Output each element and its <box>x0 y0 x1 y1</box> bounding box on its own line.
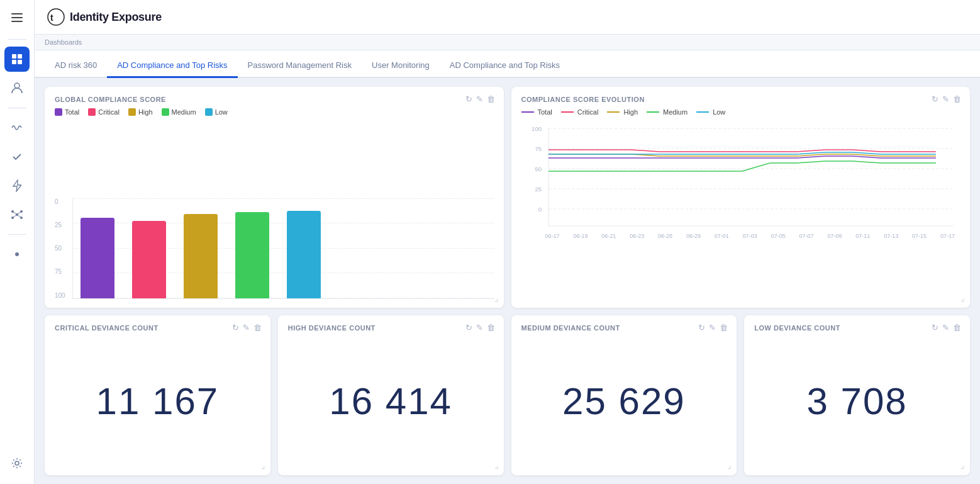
card-corner-high: ⌟ <box>494 460 499 470</box>
svg-rect-3 <box>12 54 16 59</box>
svg-point-7 <box>14 83 19 88</box>
critical-deviance-value: 11 167 <box>55 337 260 467</box>
line-chart: 100 75 50 25 0 06-17 <box>521 122 961 299</box>
delete-icon-2[interactable]: 🗑 <box>953 94 961 104</box>
svg-text:t: t <box>50 13 53 23</box>
edit-icon-2[interactable]: ✎ <box>942 94 949 104</box>
tab-password-mgmt[interactable]: Password Management Risk <box>238 60 362 78</box>
critical-deviance-title: CRITICAL DEVIANCE COUNT <box>55 324 260 332</box>
svg-rect-5 <box>12 60 16 64</box>
y-axis: 100 75 50 25 0 <box>55 198 72 299</box>
edit-icon-high[interactable]: ✎ <box>476 323 483 332</box>
medium-deviance-value: 25 629 <box>521 337 727 467</box>
medium-deviance-title: MEDIUM DEVIANCE COUNT <box>521 324 727 332</box>
evo-legend-medium: Medium <box>647 108 688 116</box>
main-area: t Identity Exposure Dashboards AD risk 3… <box>35 0 980 484</box>
delete-icon[interactable]: 🗑 <box>487 94 495 104</box>
bar-critical <box>132 221 166 298</box>
delete-icon-critical[interactable]: 🗑 <box>253 323 262 332</box>
svg-point-17 <box>15 252 19 256</box>
low-deviance-value: 3 708 <box>754 337 960 467</box>
edit-icon-low[interactable]: ✎ <box>942 323 949 332</box>
compliance-evolution-card: COMPLIANCE SCORE EVOLUTION ↻ ✎ 🗑 Total C… <box>511 87 971 308</box>
svg-rect-2 <box>11 21 23 22</box>
line-chart-svg: 100 75 50 25 0 <box>521 122 961 229</box>
legend-dot-medium <box>162 108 169 116</box>
refresh-icon-critical[interactable]: ↻ <box>232 323 239 332</box>
edit-icon[interactable]: ✎ <box>476 94 483 104</box>
medium-card-actions: ↻ ✎ 🗑 <box>698 323 728 332</box>
sidebar-item-lightning[interactable] <box>4 173 30 198</box>
refresh-icon-2[interactable]: ↻ <box>932 94 938 104</box>
tab-ad-compliance[interactable]: AD Compliance and Top Risks <box>107 60 237 78</box>
sidebar-item-user[interactable] <box>4 76 30 101</box>
edit-icon-medium[interactable]: ✎ <box>709 323 716 332</box>
compliance-evolution-title: COMPLIANCE SCORE EVOLUTION <box>521 96 961 103</box>
medium-deviance-card: MEDIUM DEVIANCE COUNT ↻ ✎ 🗑 25 629 ⌟ <box>511 315 737 476</box>
sidebar <box>0 0 35 484</box>
legend-dot-high <box>128 108 136 116</box>
card-corner-low: ⌟ <box>961 460 965 470</box>
tenable-logo: t <box>47 8 65 26</box>
sidebar-item-nodes[interactable] <box>4 202 30 227</box>
compliance-evolution-actions: ↻ ✎ 🗑 <box>932 94 961 104</box>
evo-legend-high: High <box>607 108 638 116</box>
delete-icon-high[interactable]: 🗑 <box>487 323 495 332</box>
sidebar-item-dashboard[interactable] <box>4 47 30 72</box>
low-deviance-card: LOW DEVIANCE COUNT ↻ ✎ 🗑 3 708 ⌟ <box>744 315 970 476</box>
low-card-actions: ↻ ✎ 🗑 <box>932 323 961 332</box>
refresh-icon-medium[interactable]: ↻ <box>698 323 705 332</box>
global-compliance-title: GLOBAL COMPLIANCE SCORE <box>55 96 494 103</box>
evo-legend-critical: Critical <box>561 108 599 116</box>
bar-low <box>287 211 321 298</box>
content-area: GLOBAL COMPLIANCE SCORE ↻ ✎ 🗑 Total Crit… <box>35 78 980 484</box>
svg-line-15 <box>13 215 17 218</box>
legend-low: Low <box>205 108 228 116</box>
card-corner-global: ⌟ <box>494 293 499 303</box>
svg-text:50: 50 <box>535 166 542 172</box>
sidebar-divider-2 <box>8 108 26 108</box>
svg-text:75: 75 <box>535 146 542 152</box>
legend-total: Total <box>55 108 79 116</box>
svg-line-13 <box>13 211 17 215</box>
refresh-icon-low[interactable]: ↻ <box>932 323 938 332</box>
svg-rect-6 <box>18 60 22 64</box>
global-compliance-actions: ↻ ✎ 🗑 <box>465 94 495 104</box>
dashboards-breadcrumb: Dashboards <box>35 35 980 50</box>
card-corner-evolution: ⌟ <box>961 293 965 303</box>
tabs-bar: AD risk 360 AD Compliance and Top Risks … <box>35 50 980 78</box>
bar-high <box>184 214 218 298</box>
tab-ad-risk-360[interactable]: AD risk 360 <box>45 60 107 78</box>
legend-critical: Critical <box>88 108 120 116</box>
evo-legend-low: Low <box>696 108 725 116</box>
sidebar-item-dot[interactable] <box>4 242 30 267</box>
low-deviance-title: LOW DEVIANCE COUNT <box>754 324 960 332</box>
card-corner-critical: ⌟ <box>261 460 265 470</box>
svg-rect-1 <box>11 17 23 18</box>
delete-icon-medium[interactable]: 🗑 <box>720 323 728 332</box>
edit-icon-critical[interactable]: ✎ <box>243 323 250 332</box>
critical-card-actions: ↻ ✎ 🗑 <box>232 323 262 332</box>
svg-line-14 <box>17 211 21 215</box>
global-compliance-card: GLOBAL COMPLIANCE SCORE ↻ ✎ 🗑 Total Crit… <box>45 87 504 308</box>
high-deviance-value: 16 414 <box>288 337 494 467</box>
refresh-icon-high[interactable]: ↻ <box>465 323 472 332</box>
refresh-icon[interactable]: ↻ <box>465 94 472 104</box>
card-corner-medium: ⌟ <box>727 460 732 470</box>
svg-text:0: 0 <box>538 206 541 213</box>
high-deviance-card: HIGH DEVIANCE COUNT ↻ ✎ 🗑 16 414 ⌟ <box>278 315 504 476</box>
tab-user-monitoring[interactable]: User Monitoring <box>362 60 440 78</box>
delete-icon-low[interactable]: 🗑 <box>953 323 961 332</box>
svg-text:25: 25 <box>535 186 542 193</box>
sidebar-item-settings[interactable] <box>4 451 30 476</box>
sidebar-item-wave[interactable] <box>4 115 30 140</box>
sidebar-item-check[interactable] <box>4 144 30 169</box>
menu-icon[interactable] <box>6 6 28 29</box>
high-deviance-title: HIGH DEVIANCE COUNT <box>288 324 494 332</box>
high-card-actions: ↻ ✎ 🗑 <box>465 323 495 332</box>
critical-deviance-card: CRITICAL DEVIANCE COUNT ↻ ✎ 🗑 11 167 ⌟ <box>45 315 270 476</box>
count-cards-row: CRITICAL DEVIANCE COUNT ↻ ✎ 🗑 11 167 ⌟ H… <box>45 315 970 476</box>
tab-ad-compliance-2[interactable]: AD Compliance and Top Risks <box>440 60 570 78</box>
svg-text:100: 100 <box>532 126 542 132</box>
sidebar-divider-1 <box>8 39 26 40</box>
